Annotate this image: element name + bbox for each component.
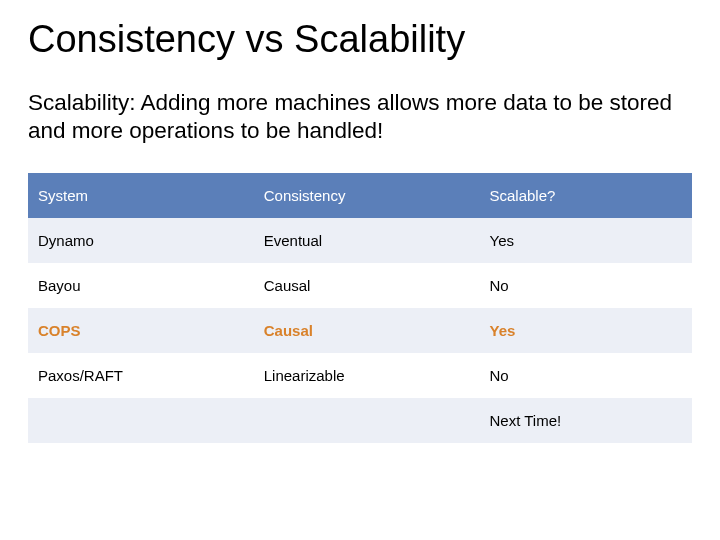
col-header-consistency: Consistency <box>254 173 480 218</box>
page-title: Consistency vs Scalability <box>28 18 692 61</box>
subtitle: Scalability: Adding more machines allows… <box>28 89 688 145</box>
cell-system: COPS <box>28 308 254 353</box>
cell-scalable: No <box>480 263 693 308</box>
cell-system: Bayou <box>28 263 254 308</box>
cell-scalable: Yes <box>480 218 693 263</box>
cell-scalable: Next Time! <box>480 398 693 443</box>
slide: Consistency vs Scalability Scalability: … <box>0 0 720 540</box>
cell-system <box>28 398 254 443</box>
cell-system: Dynamo <box>28 218 254 263</box>
table-row: Bayou Causal No <box>28 263 692 308</box>
cell-consistency: Causal <box>254 308 480 353</box>
cell-consistency: Eventual <box>254 218 480 263</box>
col-header-system: System <box>28 173 254 218</box>
col-header-scalable: Scalable? <box>480 173 693 218</box>
table-header-row: System Consistency Scalable? <box>28 173 692 218</box>
cell-scalable: No <box>480 353 693 398</box>
table-row: Dynamo Eventual Yes <box>28 218 692 263</box>
table-row: Paxos/RAFT Linearizable No <box>28 353 692 398</box>
cell-consistency: Causal <box>254 263 480 308</box>
table-row: COPS Causal Yes <box>28 308 692 353</box>
table-row: Next Time! <box>28 398 692 443</box>
comparison-table: System Consistency Scalable? Dynamo Even… <box>28 173 692 443</box>
cell-consistency: Linearizable <box>254 353 480 398</box>
cell-consistency <box>254 398 480 443</box>
table-body: Dynamo Eventual Yes Bayou Causal No COPS… <box>28 218 692 443</box>
cell-scalable: Yes <box>480 308 693 353</box>
cell-system: Paxos/RAFT <box>28 353 254 398</box>
